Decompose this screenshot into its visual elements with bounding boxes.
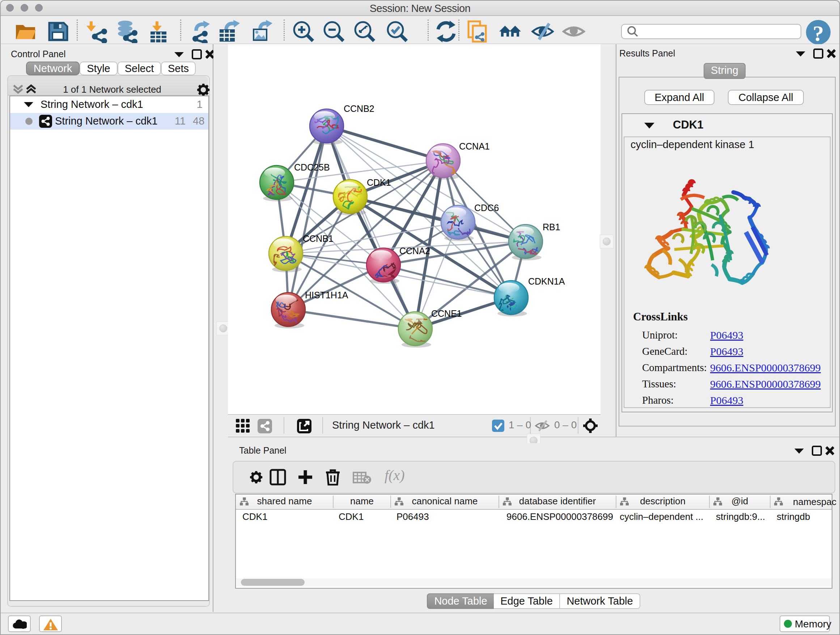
svg-text:?: ? [813, 21, 824, 45]
svg-text:CCNE1: CCNE1 [431, 309, 462, 318]
svg-text:CCNB1: CCNB1 [303, 233, 333, 244]
svg-text:CCNA1: CCNA1 [459, 141, 490, 151]
svg-text:CDC25B: CDC25B [294, 162, 330, 172]
svg-text:HIST1H1A: HIST1H1A [305, 290, 348, 300]
svg-text:CDK1: CDK1 [367, 177, 391, 187]
svg-text:CCNA2: CCNA2 [399, 246, 430, 256]
svg-text:CCNB2: CCNB2 [344, 103, 374, 114]
svg-text:CDC6: CDC6 [474, 203, 499, 213]
svg-text:CDKN1A: CDKN1A [528, 276, 565, 287]
svg-text:RB1: RB1 [543, 222, 561, 232]
